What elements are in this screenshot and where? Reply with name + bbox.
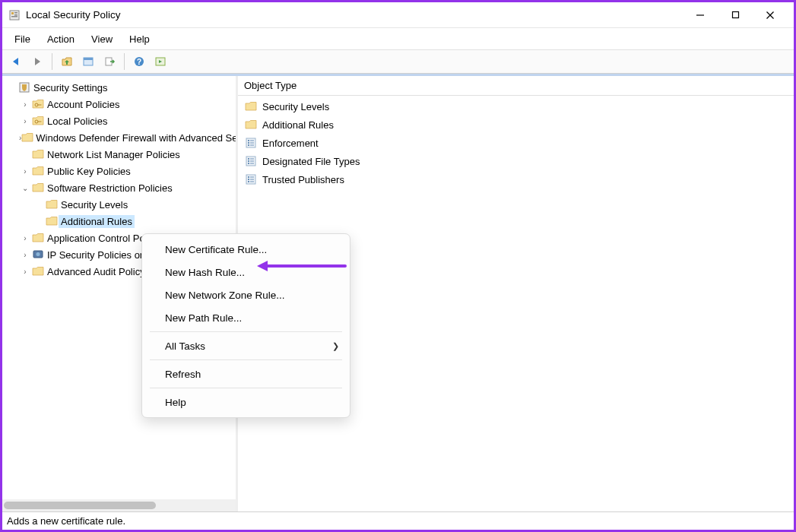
tree-hscrollbar[interactable]: [2, 499, 236, 511]
expander-icon[interactable]: ›: [19, 167, 31, 176]
tree-item[interactable]: Network List Manager Policies: [2, 146, 236, 163]
menu-action[interactable]: Action: [40, 30, 82, 48]
menu-help[interactable]: Help: [122, 30, 157, 48]
context-menu-item[interactable]: All Tasks❯: [142, 334, 350, 357]
context-menu-item[interactable]: New Certificate Rule...: [142, 238, 350, 261]
context-menu-separator: [150, 331, 342, 332]
expander-icon[interactable]: ›: [19, 117, 31, 125]
svg-rect-2: [14, 12, 17, 14]
tree-root[interactable]: Security Settings: [2, 79, 236, 96]
tree-item[interactable]: ›Local Policies: [2, 112, 236, 129]
titlebar: Local Security Policy: [2, 2, 794, 28]
list-item[interactable]: Enforcement: [241, 134, 791, 152]
menubar: File Action View Help: [2, 28, 794, 49]
properties-button[interactable]: [79, 52, 97, 71]
list-item[interactable]: Additional Rules: [241, 116, 791, 134]
tree-label: Additional Rules: [59, 215, 135, 228]
context-menu: New Certificate Rule...New Hash Rule...N…: [141, 233, 350, 418]
tree-item[interactable]: ⌄Software Restriction Policies: [2, 179, 236, 196]
tree-item[interactable]: Security Levels: [2, 196, 236, 213]
app-icon: [8, 9, 21, 21]
context-menu-item[interactable]: New Network Zone Rule...: [142, 283, 350, 306]
expander-icon[interactable]: ⌄: [19, 184, 31, 192]
window-controls: [683, 2, 788, 28]
toolbar-separator: [52, 53, 52, 70]
tree-label: Windows Defender Firewall with Advanced …: [33, 131, 236, 144]
folder-icon: [31, 165, 45, 177]
context-menu-separator: [150, 388, 342, 388]
context-menu-label: New Hash Rule...: [165, 267, 245, 278]
content-area: Security Settings›Account Policies›Local…: [2, 74, 794, 511]
window-title: Local Security Policy: [26, 9, 683, 21]
statusbar: Adds a new certificate rule.: [2, 511, 794, 530]
folder-icon: [31, 148, 45, 160]
show-actions-button[interactable]: [151, 52, 170, 71]
tree-label: Account Policies: [45, 98, 122, 111]
svg-text:?: ?: [137, 58, 141, 66]
minimize-button[interactable]: [683, 2, 718, 28]
tree-item[interactable]: ›Windows Defender Firewall with Advanced…: [2, 129, 236, 146]
tree-label: Local Policies: [45, 115, 110, 128]
tree-label: Security Settings: [31, 81, 110, 94]
context-menu-item[interactable]: Help: [142, 391, 350, 413]
policy-item-icon: [244, 173, 258, 185]
back-button[interactable]: [7, 52, 25, 71]
export-button[interactable]: [100, 52, 119, 71]
context-menu-item[interactable]: Refresh: [142, 363, 350, 385]
menu-file[interactable]: File: [7, 30, 38, 48]
list-item-label: Security Levels: [262, 101, 329, 112]
folder-key-icon: [31, 98, 45, 110]
context-menu-label: New Certificate Rule...: [165, 244, 267, 255]
context-menu-separator: [150, 359, 342, 360]
folder-icon: [45, 198, 59, 211]
list-item-label: Designated File Types: [262, 156, 360, 167]
list-item[interactable]: Trusted Publishers: [241, 170, 791, 188]
tree-label: Software Restriction Policies: [45, 182, 175, 195]
folder-icon: [244, 119, 258, 131]
context-menu-label: All Tasks: [165, 340, 205, 352]
folder-key-icon: [31, 115, 45, 127]
list-item[interactable]: Security Levels: [241, 97, 791, 116]
toolbar-separator: [124, 53, 125, 70]
help-button[interactable]: ?: [130, 52, 148, 71]
statusbar-text: Adds a new certificate rule.: [7, 515, 125, 527]
policy-item-icon: [244, 155, 258, 167]
tree-label: Security Levels: [59, 198, 130, 211]
context-menu-label: New Path Rule...: [165, 312, 242, 324]
expander-icon[interactable]: ›: [19, 234, 31, 242]
folder-icon: [244, 100, 258, 112]
list-item-label: Enforcement: [262, 138, 319, 149]
tree-item[interactable]: Additional Rules: [2, 213, 236, 230]
svg-rect-1: [11, 12, 14, 14]
ip-policy-icon: [31, 249, 45, 261]
list-column-header[interactable]: Object Type: [238, 76, 794, 96]
context-menu-label: Refresh: [165, 369, 201, 380]
security-root-icon: [17, 81, 31, 93]
scrollbar-thumb[interactable]: [4, 502, 156, 509]
expander-icon[interactable]: ›: [19, 100, 31, 109]
tree-item[interactable]: ›Account Policies: [2, 96, 236, 112]
chevron-right-icon: ❯: [332, 341, 339, 351]
context-menu-item[interactable]: New Path Rule...: [142, 306, 350, 329]
maximize-button[interactable]: [718, 2, 753, 28]
folder-icon: [45, 215, 59, 227]
expander-icon[interactable]: ›: [19, 251, 31, 259]
menu-view[interactable]: View: [84, 30, 120, 48]
context-menu-label: Help: [165, 397, 186, 408]
close-button[interactable]: [753, 2, 788, 28]
folder-icon: [21, 131, 33, 144]
list-item[interactable]: Designated File Types: [241, 152, 791, 170]
svg-rect-4: [11, 16, 17, 17]
forward-button[interactable]: [28, 52, 46, 71]
svg-rect-10: [84, 58, 93, 60]
up-folder-button[interactable]: [58, 52, 76, 71]
folder-icon: [31, 265, 45, 277]
toolbar: ?: [2, 49, 794, 74]
context-menu-item[interactable]: New Hash Rule...: [142, 261, 350, 283]
expander-icon[interactable]: ›: [19, 268, 31, 276]
tree-item[interactable]: ›Public Key Policies: [2, 163, 236, 179]
folder-icon: [31, 232, 45, 244]
list-item-label: Trusted Publishers: [262, 174, 344, 185]
svg-rect-6: [732, 12, 738, 18]
list-item-label: Additional Rules: [262, 119, 334, 131]
